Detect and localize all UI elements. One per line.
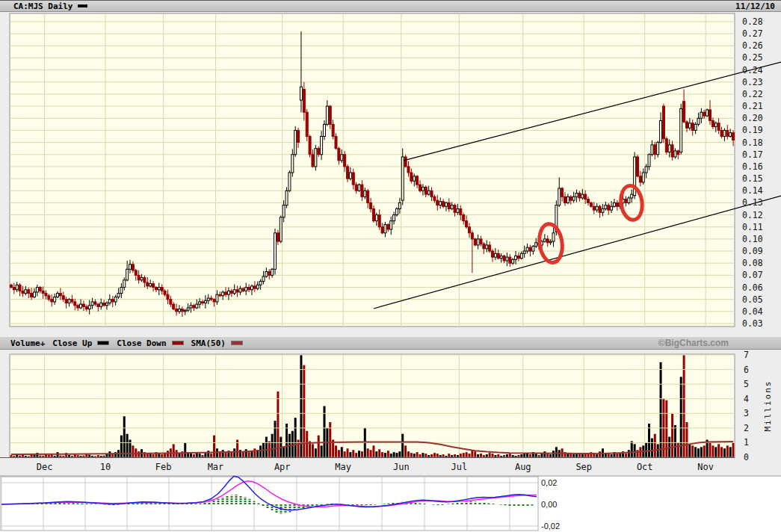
volume-bar bbox=[361, 451, 363, 457]
candle bbox=[126, 269, 129, 280]
candle bbox=[404, 157, 407, 167]
candle bbox=[599, 206, 601, 212]
candle bbox=[33, 292, 35, 297]
candle bbox=[700, 112, 703, 118]
candle bbox=[517, 256, 519, 259]
price-tick-label: 0.04 bbox=[742, 306, 763, 317]
volume-bar bbox=[433, 453, 436, 457]
candle bbox=[416, 176, 419, 185]
candle bbox=[303, 89, 305, 112]
volume-bar bbox=[645, 442, 647, 457]
volume-bar bbox=[581, 454, 584, 457]
volume-bar bbox=[509, 454, 511, 457]
candle bbox=[364, 191, 366, 197]
volume-bar bbox=[283, 447, 285, 457]
candle bbox=[344, 155, 346, 167]
candle bbox=[572, 197, 575, 200]
candle bbox=[233, 290, 235, 294]
candle bbox=[173, 304, 175, 309]
price-plot-area bbox=[10, 13, 735, 327]
candle bbox=[213, 300, 215, 302]
volume-tick-label: 5 bbox=[744, 379, 749, 389]
candle bbox=[608, 205, 610, 210]
candle bbox=[297, 130, 300, 142]
candle bbox=[506, 257, 508, 261]
candle bbox=[146, 282, 149, 286]
candle bbox=[199, 302, 201, 304]
volume-bar bbox=[184, 442, 186, 457]
candle bbox=[167, 294, 169, 299]
candle bbox=[509, 257, 511, 263]
volume-bar bbox=[233, 448, 235, 457]
candle bbox=[372, 208, 374, 220]
volume-bar bbox=[132, 445, 134, 457]
volume-bar bbox=[341, 447, 343, 457]
candle bbox=[535, 243, 537, 247]
volume-tick-label: 3 bbox=[744, 408, 749, 418]
candle bbox=[28, 290, 30, 294]
volume-bar bbox=[654, 434, 656, 457]
candle bbox=[398, 202, 401, 208]
volume-bar bbox=[146, 454, 149, 457]
candle bbox=[262, 276, 265, 281]
volume-bar bbox=[321, 445, 323, 457]
candle bbox=[306, 112, 308, 136]
volume-bar bbox=[711, 445, 714, 457]
candle bbox=[31, 294, 33, 297]
volume-bar bbox=[454, 454, 456, 457]
candle bbox=[253, 286, 256, 288]
candle bbox=[341, 155, 343, 161]
volume-bar bbox=[599, 451, 601, 457]
candle bbox=[227, 291, 229, 294]
candle bbox=[665, 139, 667, 152]
volume-bar bbox=[608, 454, 610, 457]
volume-bar bbox=[407, 451, 410, 457]
volume-bar bbox=[158, 454, 160, 457]
candle bbox=[425, 187, 427, 194]
candle bbox=[697, 118, 700, 124]
candle bbox=[523, 251, 525, 253]
volume-bar bbox=[245, 449, 247, 457]
volume-bar bbox=[477, 454, 479, 457]
candle bbox=[100, 303, 102, 307]
volume-bar bbox=[207, 451, 209, 457]
candle bbox=[349, 173, 351, 179]
candle bbox=[427, 191, 430, 194]
volume-bar bbox=[312, 444, 314, 457]
candle bbox=[39, 288, 41, 291]
candle bbox=[714, 123, 717, 127]
price-tick-label: 0.19 bbox=[742, 125, 763, 135]
candle bbox=[439, 202, 442, 205]
candle bbox=[135, 270, 137, 275]
volume-bar bbox=[720, 447, 723, 457]
volume-bar bbox=[448, 454, 450, 457]
price-tick-label: 0.10 bbox=[742, 234, 763, 244]
close-down-swatch-icon bbox=[172, 341, 184, 345]
candle bbox=[42, 291, 44, 293]
candle bbox=[578, 193, 581, 197]
candle bbox=[103, 303, 105, 306]
volume-bar bbox=[123, 416, 126, 457]
volume-bar bbox=[616, 454, 618, 457]
price-tick-label: 0.12 bbox=[742, 210, 763, 220]
candle bbox=[483, 244, 485, 248]
volume-bar bbox=[523, 454, 525, 457]
candle bbox=[471, 233, 473, 239]
volume-bar bbox=[486, 454, 488, 457]
candle bbox=[138, 275, 140, 279]
volume-bar bbox=[230, 452, 232, 457]
candle bbox=[91, 302, 93, 306]
volume-bar bbox=[468, 454, 470, 457]
volume-bar bbox=[259, 445, 262, 457]
candle bbox=[468, 227, 470, 233]
candle bbox=[564, 197, 567, 202]
volume-bar bbox=[274, 421, 277, 457]
volume-bar bbox=[714, 447, 717, 457]
candle bbox=[723, 130, 726, 136]
candle bbox=[486, 245, 488, 249]
candle bbox=[628, 198, 630, 202]
candle bbox=[454, 205, 456, 213]
volume-bar bbox=[460, 454, 462, 457]
candle bbox=[706, 110, 709, 116]
indicator-tick-label: -0,02 bbox=[541, 522, 560, 531]
